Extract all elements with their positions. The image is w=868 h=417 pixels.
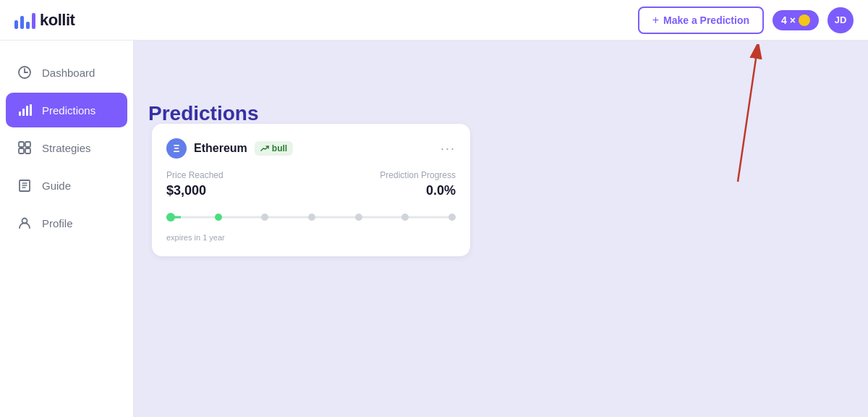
content-area: Predictions Ξ Ethereum: [134, 41, 868, 417]
sidebar-item-guide[interactable]: Guide: [0, 168, 133, 203]
coin-symbol: Ξ: [173, 143, 179, 154]
price-reached-label: Price Reached: [166, 170, 224, 180]
strategies-icon: [17, 140, 32, 155]
sidebar-item-strategies[interactable]: Strategies: [0, 130, 133, 165]
expires-text: expires in 1 year: [166, 233, 456, 242]
bull-badge: bull: [255, 141, 293, 156]
sidebar-item-dashboard[interactable]: Dashboard: [0, 55, 133, 90]
card-header: Ξ Ethereum bull ···: [166, 138, 456, 159]
track-dot-3: [308, 214, 315, 221]
notification-badge[interactable]: 4 ×: [773, 10, 819, 30]
sidebar: Dashboard Predictions: [0, 41, 134, 417]
coin-name: Ethereum: [194, 142, 247, 155]
svg-rect-1: [19, 111, 21, 116]
sidebar-label-guide: Guide: [42, 180, 71, 192]
prediction-progress-stat: Prediction Progress 0.0%: [380, 170, 456, 198]
eth-icon: Ξ: [166, 138, 187, 159]
svg-rect-2: [22, 109, 25, 116]
trend-label: bull: [272, 143, 287, 153]
badge-number: 4: [781, 14, 787, 26]
card-stats: Price Reached $3,000 Prediction Progress…: [166, 170, 456, 198]
sidebar-label-profile: Profile: [42, 217, 73, 229]
sidebar-item-predictions[interactable]: Predictions: [6, 93, 127, 127]
track-dots: [166, 213, 456, 222]
plus-icon: +: [652, 14, 659, 27]
sidebar-label-dashboard: Dashboard: [42, 67, 95, 79]
sidebar-label-strategies: Strategies: [42, 142, 91, 154]
make-prediction-label: Make a Prediction: [663, 14, 749, 26]
svg-rect-3: [26, 106, 28, 116]
avatar-initials: JD: [835, 14, 847, 25]
sidebar-item-profile[interactable]: Profile: [0, 206, 133, 240]
prediction-card: Ξ Ethereum bull ···: [152, 124, 470, 256]
svg-rect-7: [19, 148, 24, 153]
sidebar-label-predictions: Predictions: [42, 104, 95, 117]
track-dot-5: [401, 214, 409, 221]
guide-icon: [17, 178, 32, 193]
progress-track: [166, 210, 456, 224]
coin-info: Ξ Ethereum bull: [166, 138, 293, 159]
trend-up-icon: [260, 144, 269, 153]
track-dot-6: [448, 214, 456, 221]
more-options-button[interactable]: ···: [441, 141, 456, 156]
dashboard-icon: [17, 65, 32, 80]
logo-text: kollit: [40, 11, 75, 30]
predictions-icon: [17, 103, 32, 117]
page-title: Predictions: [148, 102, 258, 125]
track-dot-2: [261, 214, 268, 221]
profile-icon: [17, 216, 32, 230]
track-dot-1: [215, 214, 222, 221]
price-reached-stat: Price Reached $3,000: [166, 170, 224, 198]
logo-icon: [14, 12, 35, 29]
badge-x: ×: [790, 14, 796, 26]
header-actions: + Make a Prediction 4 × JD: [638, 7, 854, 34]
prediction-progress-label: Prediction Progress: [380, 170, 456, 180]
badge-dot-icon: [799, 14, 810, 26]
price-reached-value: $3,000: [166, 183, 224, 198]
track-dot-0: [166, 213, 175, 222]
user-avatar[interactable]: JD: [827, 7, 854, 33]
page-title-area: Predictions: [148, 102, 258, 125]
main-layout: Dashboard Predictions: [0, 41, 868, 417]
prediction-progress-value: 0.0%: [380, 183, 456, 198]
logo: kollit: [14, 11, 75, 30]
svg-rect-5: [19, 142, 24, 147]
more-icon: ···: [441, 141, 456, 156]
header: kollit + Make a Prediction 4 × JD: [0, 0, 868, 41]
svg-rect-6: [25, 142, 30, 147]
svg-rect-4: [30, 104, 32, 116]
svg-rect-8: [25, 148, 30, 153]
make-prediction-button[interactable]: + Make a Prediction: [638, 7, 764, 34]
track-dot-4: [355, 214, 362, 221]
